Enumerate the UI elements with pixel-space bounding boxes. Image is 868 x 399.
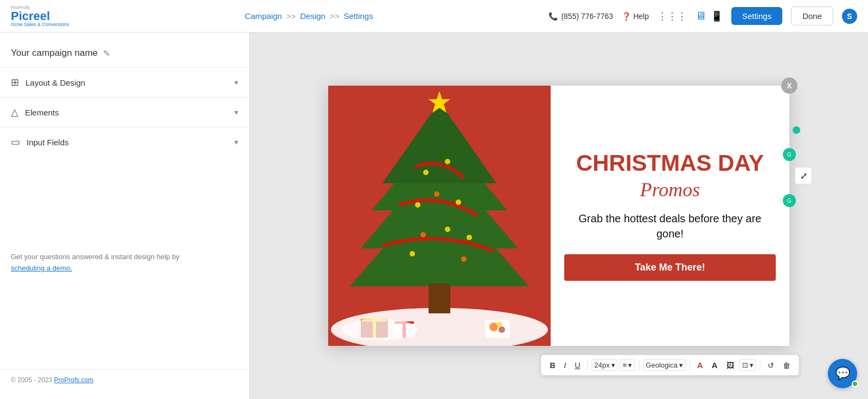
close-icon: X [787,81,792,90]
chat-icon: 💬 [835,366,850,381]
paragraph-icon: ≡ [623,361,627,369]
help-link[interactable]: ❓ Help [622,12,649,21]
move-icon[interactable]: ⤢ [795,167,812,184]
popup-title-promos: Promos [640,178,700,201]
toolbar-divider-2 [639,361,639,370]
popup-description: Grab the hottest deals before they are g… [564,211,776,241]
canvas-area: X [250,33,868,399]
grammarly-icon-1[interactable]: G [783,148,796,161]
phone-text: (855) 776-7763 [561,12,613,21]
popup-content-right: G G ⤢ CHRISTMAS DAY Promos Grab the hott… [551,86,789,346]
mobile-icon[interactable]: 📱 [711,10,723,22]
popup-close-button[interactable]: X [781,78,797,94]
popup-title-christmas-day: CHRISTMAS DAY [576,151,764,176]
campaign-name-row: Your campaign name ✎ [0,41,249,67]
picreel-logo: Picreel [11,10,69,22]
highlight-color-button[interactable]: A [709,358,721,372]
italic-button[interactable]: I [561,359,570,372]
delete-button[interactable]: 🗑 [780,359,794,372]
svg-point-13 [420,232,426,237]
christmas-tree-area [328,86,551,346]
edit-campaign-name-icon[interactable]: ✎ [103,48,110,59]
font-family-select[interactable]: Geologica ▾ [643,359,686,371]
paragraph-style-select[interactable]: ≡ ▾ [620,359,635,371]
paragraph-chevron: ▾ [628,361,632,369]
christmas-tree-svg [328,86,551,346]
svg-point-9 [445,159,450,164]
crop-select[interactable]: ⊡ ▾ [739,359,756,371]
svg-point-8 [423,170,429,175]
text-formatting-toolbar: B I U 24px ▾ ≡ ▾ Geologica ▾ [540,355,799,376]
svg-point-16 [410,251,415,256]
font-family-chevron: ▾ [679,361,683,369]
breadcrumb-sep1: >> [286,11,296,21]
input-fields-chevron-icon: ▾ [234,138,238,146]
svg-point-12 [415,202,420,208]
accordion-layout-design-header[interactable]: ⊞ Layout & Design ▾ [0,68,249,97]
crop-chevron: ▾ [750,361,754,369]
underline-button[interactable]: U [571,359,583,372]
svg-point-28 [496,321,502,327]
chat-online-indicator [852,381,858,387]
apps-icon[interactable]: ⋮⋮⋮ [658,10,687,22]
breadcrumb-design[interactable]: Design [300,11,326,21]
font-size-chevron: ▾ [611,361,615,369]
sidebar-help: Get your questions answered & instant de… [0,241,249,285]
font-family-value: Geologica [646,361,678,369]
svg-point-29 [342,319,418,340]
nav-right: 📞 (855) 776-7763 ❓ Help ⋮⋮⋮ 🖥 📱 Settings… [548,7,857,25]
svg-point-15 [467,235,472,240]
logo-area: ProProfs Picreel Grow Sales & Conversion… [11,5,69,27]
settings-button[interactable]: Settings [731,7,782,25]
teal-indicator-dot [793,126,800,134]
bold-button[interactable]: B [546,359,558,372]
desktop-icon[interactable]: 🖥 [695,10,706,22]
accordion-input-fields-header[interactable]: ▭ Input Fields ▾ [0,127,249,157]
breadcrumb-settings[interactable]: Settings [343,11,373,21]
text-color-button[interactable]: A [694,358,706,372]
svg-point-11 [456,200,461,205]
svg-rect-7 [429,284,450,313]
sidebar-footer: © 2005 - 2023 ProProfs.com [0,369,249,390]
toolbar-divider-1 [588,361,588,370]
accordion-input-fields: ▭ Input Fields ▾ [0,127,249,157]
svg-point-14 [445,227,450,232]
popup-container: X [328,86,789,346]
breadcrumb: Campaign >> Design >> Settings [245,11,373,21]
phone-number: 📞 (855) 776-7763 [548,12,613,21]
insert-image-button[interactable]: 🖼 [723,359,737,372]
toolbar-divider-3 [690,361,690,370]
font-size-select[interactable]: 24px ▾ [592,359,618,371]
grammarly-icon-2[interactable]: G [783,194,796,207]
done-button[interactable]: Done [791,7,833,25]
user-avatar[interactable]: S [842,9,857,24]
svg-point-27 [499,326,505,333]
footer-copy: © 2005 - 2023 [11,376,52,384]
svg-point-10 [434,191,439,197]
undo-button[interactable]: ↺ [764,359,777,372]
elements-chevron-icon: ▾ [234,108,238,117]
accordion-elements-left: △ Elements [11,106,59,118]
breadcrumb-campaign[interactable]: Campaign [245,11,282,21]
campaign-name-text: Your campaign name [11,48,98,59]
help-icon: ❓ [622,12,631,21]
layout-chevron-icon: ▾ [234,78,238,87]
footer-link[interactable]: ProProfs.com [54,376,94,384]
elements-label: Elements [25,108,59,117]
accordion-elements-header[interactable]: △ Elements ▾ [0,98,249,127]
main-layout: Your campaign name ✎ ⊞ Layout & Design ▾… [0,33,868,399]
device-toggle: 🖥 📱 [695,10,723,22]
accordion-input-left: ▭ Input Fields [11,136,69,148]
scheduling-demo-link[interactable]: scheduling a demo. [11,264,72,272]
logo-tagline: Grow Sales & Conversions [11,22,69,27]
top-navigation: ProProfs Picreel Grow Sales & Conversion… [0,0,868,33]
accordion-elements: △ Elements ▾ [0,97,249,127]
popup-image-left [328,86,551,346]
logo-brand: ProProfs Picreel Grow Sales & Conversion… [11,5,69,27]
cta-button[interactable]: Take Me There! [564,254,776,281]
elements-icon: △ [11,106,18,118]
layout-icon: ⊞ [11,76,19,88]
layout-design-label: Layout & Design [25,78,85,87]
help-text: Help [633,12,649,21]
phone-icon: 📞 [548,12,558,21]
